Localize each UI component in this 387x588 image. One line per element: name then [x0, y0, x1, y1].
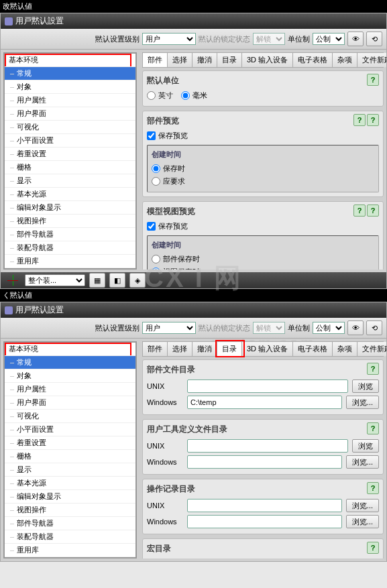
- tree-root[interactable]: 基本环境: [5, 343, 135, 356]
- radio-mm[interactable]: [181, 91, 190, 100]
- tab-3d[interactable]: 3D 输入设备: [242, 53, 293, 67]
- toolbar-icon-2[interactable]: ⟲: [366, 32, 382, 46]
- browse-button[interactable]: 浏览...: [346, 455, 379, 469]
- tree-item[interactable]: 栅格: [5, 161, 135, 174]
- tab-parts[interactable]: 部件: [143, 342, 168, 356]
- help-icon[interactable]: ?: [353, 204, 366, 217]
- tree-item[interactable]: 重用库: [5, 544, 135, 557]
- tab-undo[interactable]: 撤消: [192, 342, 217, 356]
- lock-select[interactable]: 解锁: [253, 33, 285, 45]
- check-save-preview2[interactable]: [147, 222, 156, 231]
- input-windows[interactable]: [187, 455, 342, 469]
- tab-select[interactable]: 选择: [168, 53, 192, 67]
- tree-item[interactable]: 对象: [5, 369, 135, 383]
- help-icon[interactable]: ?: [367, 542, 379, 554]
- tab-select[interactable]: 选择: [168, 342, 192, 356]
- tree-item[interactable]: 对象: [5, 80, 135, 94]
- lock-select[interactable]: 解锁: [253, 322, 285, 334]
- input-unix[interactable]: [187, 499, 342, 512]
- input-windows[interactable]: [187, 515, 342, 528]
- tree-item[interactable]: 小平面设置: [5, 423, 135, 436]
- toolbar-icon-2[interactable]: ⟲: [366, 320, 382, 335]
- input-windows[interactable]: [187, 396, 342, 409]
- tree-item[interactable]: 小平面设置: [5, 134, 135, 148]
- toolbar-icon-1[interactable]: 👁: [347, 320, 364, 335]
- category-tree[interactable]: 基本环境 常规 对象 用户属性 用户界面 可视化 小平面设置 着重设置 栅格 显…: [3, 52, 137, 270]
- browse-button[interactable]: 浏览...: [346, 515, 379, 528]
- tree-item[interactable]: 显示: [5, 463, 135, 477]
- tree-item[interactable]: 快速成型: [5, 557, 135, 558]
- tab-sheet[interactable]: 电子表格: [293, 53, 333, 67]
- tree-item[interactable]: 着重设置: [5, 436, 135, 450]
- input-unix[interactable]: [187, 439, 348, 453]
- radio-inch[interactable]: [147, 91, 156, 100]
- tab-dir[interactable]: 目录: [217, 53, 242, 67]
- tree-item[interactable]: 可视化: [5, 121, 135, 134]
- tree-item[interactable]: 编辑对象显示: [5, 201, 135, 215]
- tree-item[interactable]: 可视化: [5, 410, 135, 423]
- help-icon[interactable]: ?: [367, 482, 379, 494]
- toolbar-icon-1[interactable]: 👁: [347, 32, 364, 46]
- help-icon[interactable]: ?: [367, 422, 379, 434]
- group-title: 模型视图预览: [147, 206, 379, 217]
- tree-item[interactable]: 视图操作: [5, 215, 135, 228]
- tree-item[interactable]: 装配导航器: [5, 241, 135, 255]
- tree-item[interactable]: 用户界面: [5, 396, 135, 410]
- check-save-preview[interactable]: [147, 131, 156, 140]
- tab-dir[interactable]: 目录: [217, 342, 242, 356]
- unit-select[interactable]: 公制: [313, 33, 345, 45]
- tree-item[interactable]: 栅格: [5, 450, 135, 463]
- tree-item[interactable]: 装配导航器: [5, 530, 135, 544]
- level-label: 黙认设置级别: [95, 323, 140, 333]
- tab-sheet[interactable]: 电子表格: [293, 342, 333, 356]
- tree-item[interactable]: 编辑对象显示: [5, 490, 135, 504]
- tab-misc[interactable]: 杂项: [333, 53, 357, 67]
- status-icon[interactable]: ▦: [89, 273, 105, 288]
- tab-parts[interactable]: 部件: [143, 53, 168, 67]
- radio-on-request[interactable]: [152, 177, 160, 186]
- help-icon[interactable]: ?: [367, 114, 379, 126]
- radio-viewsave[interactable]: [152, 268, 160, 270]
- tab-undo[interactable]: 撤消: [192, 53, 217, 67]
- browse-button[interactable]: 浏览: [352, 439, 379, 453]
- help-icon[interactable]: ?: [353, 114, 366, 126]
- tree-item[interactable]: 快速成型: [5, 268, 135, 270]
- tree-item[interactable]: 视图操作: [5, 504, 135, 517]
- help-icon[interactable]: ?: [367, 363, 379, 375]
- level-select[interactable]: 用户: [142, 33, 196, 45]
- tree-item-general[interactable]: 常规: [5, 67, 135, 80]
- radio-on-save[interactable]: [152, 164, 160, 173]
- tree-item[interactable]: 用户属性: [5, 94, 135, 107]
- browse-button[interactable]: 浏览: [352, 379, 379, 393]
- tab-misc[interactable]: 杂项: [333, 342, 357, 356]
- tree-item[interactable]: 着重设置: [5, 148, 135, 161]
- radio-partsave[interactable]: [152, 255, 160, 263]
- tab-new[interactable]: 文件新建: [357, 342, 386, 356]
- tree-root[interactable]: 基本环境: [5, 54, 135, 67]
- help-icon[interactable]: ?: [367, 74, 379, 86]
- unit-select[interactable]: 公制: [313, 322, 345, 334]
- tree-item[interactable]: 用户界面: [5, 107, 135, 121]
- tab-3d[interactable]: 3D 输入设备: [242, 342, 293, 356]
- browse-button[interactable]: 浏览...: [346, 499, 379, 512]
- category-tree-2[interactable]: 基本环境 常规 对象 用户属性 用户界面 可视化 小平面设置 着重设置 栅格 显…: [3, 341, 137, 558]
- tree-item[interactable]: 基本光源: [5, 188, 135, 201]
- status-icon[interactable]: ◈: [129, 273, 146, 288]
- level-select[interactable]: 用户: [142, 322, 196, 334]
- tree-item-general[interactable]: 常规: [5, 356, 135, 369]
- browse-button[interactable]: 浏览...: [346, 396, 379, 409]
- status-icon[interactable]: ◧: [109, 273, 125, 288]
- tab-new[interactable]: 文件新建: [357, 53, 386, 67]
- tree-item[interactable]: 基本光源: [5, 477, 135, 490]
- lock-label: 黙认的锁定状态: [199, 323, 250, 333]
- input-unix[interactable]: [187, 379, 348, 393]
- help-icon[interactable]: ?: [367, 204, 379, 217]
- statusbar-select[interactable]: 整个装...: [25, 274, 85, 286]
- app-icon: [5, 306, 13, 314]
- tree-item[interactable]: 部件导航器: [5, 228, 135, 241]
- tree-item[interactable]: 显示: [5, 174, 135, 188]
- tree-item[interactable]: 部件导航器: [5, 517, 135, 530]
- ambient-label-2: く黙认値: [0, 289, 387, 302]
- tree-item[interactable]: 重用库: [5, 255, 135, 268]
- tree-item[interactable]: 用户属性: [5, 383, 135, 396]
